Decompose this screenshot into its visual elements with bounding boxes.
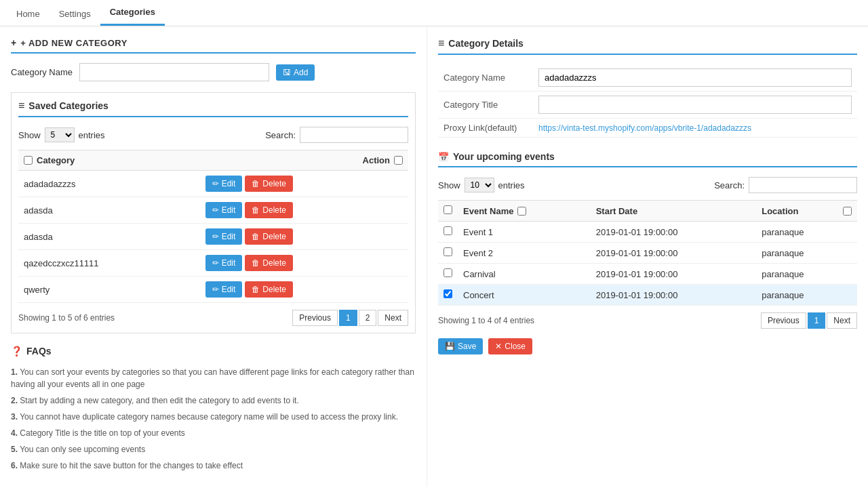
faqs-list: 1. You can sort your events by categorie… [11,366,416,472]
proxy-link[interactable]: https://vinta-test.myshopify.com/apps/vb… [538,123,751,133]
event-row-location-2: paranaque [756,264,857,285]
col-start-date: Start Date [591,201,757,222]
category-name-label: Category Name [11,67,73,77]
nav-home[interactable]: Home [7,2,50,26]
entries-label: entries [79,130,105,140]
delete-btn-2[interactable]: 🗑 Delete [245,228,293,245]
calendar-icon [438,151,449,162]
add-new-row: Category Name 🖫 Add [11,63,416,81]
save-icon: 💾 [445,342,455,351]
prev-btn-categories[interactable]: Previous [292,310,338,326]
edit-icon: ✏ [212,179,219,188]
show-entries-select[interactable]: 5 10 25 [45,127,75,142]
table-row: adasda ✏ Edit 🗑 Delete [18,224,408,250]
category-details-section: Category Details Category Name Category … [438,37,857,138]
list-icon-right [438,37,444,49]
category-details-title: Category Details [448,38,523,49]
next-btn-events[interactable]: Next [827,312,857,329]
trash-icon: 🗑 [252,179,260,188]
col-action: Action [200,150,408,171]
close-icon: ✕ [495,342,502,351]
page2-btn-categories[interactable]: 2 [359,310,377,326]
edit-btn-3[interactable]: ✏ Edit [205,255,243,271]
delete-btn-4[interactable]: 🗑 Delete [245,281,293,298]
event-row-date-0: 2019-01-01 19:00:00 [591,222,757,243]
cat-name-row: Category Name [438,64,857,92]
select-all-events[interactable] [443,205,452,214]
saved-title: Saved Categories [28,100,108,111]
event-row-checkbox-1[interactable] [443,247,452,256]
list-item: Concert 2019-01-01 19:00:00 paranaque [438,285,857,306]
close-button[interactable]: ✕ Close [488,338,532,354]
events-search-input[interactable] [749,177,857,193]
list-item: Event 1 2019-01-01 19:00:00 paranaque [438,222,857,243]
action-header-checkbox[interactable] [394,156,403,165]
col-checkbox [438,201,458,222]
events-controls: Show 10 25 50 entries Search: [438,177,857,193]
next-btn-categories[interactable]: Next [378,310,408,326]
edit-btn-0[interactable]: ✏ Edit [205,176,243,192]
event-row-date-3: 2019-01-01 19:00:00 [591,285,757,306]
show-label: Show [18,130,41,140]
nav-categories[interactable]: Categories [100,0,165,26]
event-row-location-1: paranaque [756,243,857,264]
cat-row-name: adasda [18,224,200,250]
event-row-name-3: Concert [458,285,591,306]
event-name-col-check[interactable] [517,207,526,216]
edit-icon: ✏ [212,285,219,294]
save-button[interactable]: 💾 Save [438,338,483,354]
table-row: qazedcczxcz11111 ✏ Edit 🗑 Delete [18,250,408,277]
cat-row-name: adasda [18,197,200,224]
cat-title-row: Category Title [438,92,857,119]
plus-icon: + [11,37,16,48]
delete-btn-3[interactable]: 🗑 Delete [245,255,293,271]
page1-btn-categories[interactable]: 1 [339,310,357,326]
cat-title-field[interactable] [538,96,852,114]
faqs-section: ❓ FAQs 1. You can sort your events by ca… [11,346,416,472]
category-name-input[interactable] [79,63,269,81]
cat-row-name: adadadazzzs [18,171,200,197]
event-row-checkbox-2[interactable] [443,268,452,277]
prev-btn-events[interactable]: Previous [761,312,806,329]
cat-name-field[interactable] [538,68,852,87]
select-all-checkbox[interactable] [24,156,33,165]
list-item: Event 2 2019-01-01 19:00:00 paranaque [438,243,857,264]
saved-categories-header: Saved Categories [18,100,408,117]
top-nav: Home Settings Categories [0,0,868,26]
col-location: Location [756,201,857,222]
event-row-checkbox-0[interactable] [443,226,452,235]
categories-pagination: Previous 1 2 Next [292,310,408,326]
faq-item: 3. You cannot have duplicate category na… [11,411,416,423]
edit-btn-4[interactable]: ✏ Edit [205,281,243,298]
proxy-row: Proxy Link(default) https://vinta-test.m… [438,119,857,138]
event-row-checkbox-3[interactable] [443,289,452,298]
delete-btn-1[interactable]: 🗑 Delete [245,202,293,218]
event-row-date-2: 2019-01-01 19:00:00 [591,264,757,285]
events-pagination: Previous 1 Next [761,312,857,329]
edit-btn-2[interactable]: ✏ Edit [205,228,243,245]
delete-btn-0[interactable]: 🗑 Delete [245,176,293,192]
events-table: Event Name Start Date Location [438,200,857,306]
list-item: Carnival 2019-01-01 19:00:00 paranaque [438,264,857,285]
add-button[interactable]: 🖫 Add [276,64,315,81]
events-search-label: Search: [714,180,745,190]
page1-btn-events[interactable]: 1 [808,312,826,329]
faq-item: 5. You can only see upcoming events [11,443,416,455]
nav-settings[interactable]: Settings [50,2,100,26]
faq-item: 1. You can sort your events by categorie… [11,366,416,390]
location-col-check[interactable] [843,207,852,216]
edit-btn-1[interactable]: ✏ Edit [205,202,243,218]
events-entries-label: entries [498,180,525,190]
event-row-date-1: 2019-01-01 19:00:00 [591,243,757,264]
events-show-select[interactable]: 10 25 50 [465,178,494,192]
action-buttons: 💾 Save ✕ Close [438,338,857,354]
faq-item: 6. Make sure to hit the save button for … [11,460,416,472]
trash-icon: 🗑 [252,285,260,294]
search-label: Search: [265,130,296,140]
event-row-name-0: Event 1 [458,222,591,243]
saved-cat-controls: Show 5 10 25 entries Search: [18,127,408,143]
cat-row-name: qwerty [18,277,200,303]
edit-icon: ✏ [212,258,219,268]
search-input[interactable] [300,127,408,143]
events-search-row: Search: [714,177,857,193]
